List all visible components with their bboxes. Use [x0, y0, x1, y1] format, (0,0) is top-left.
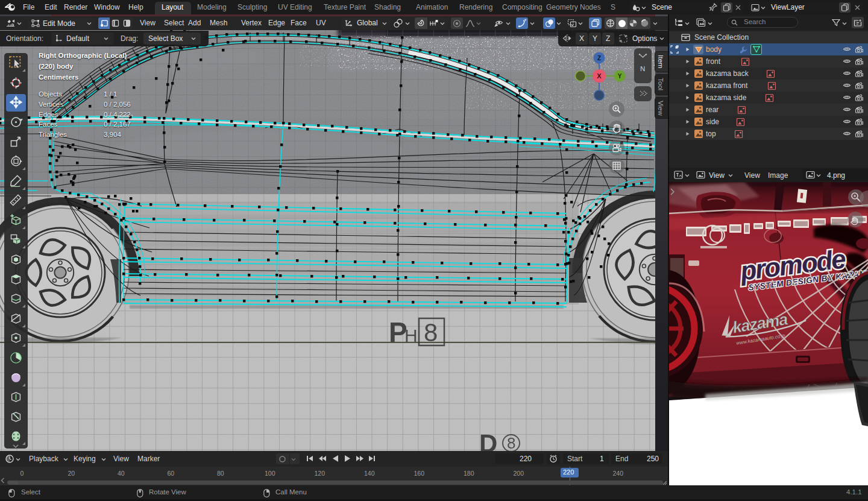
svg-text:H: H — [404, 326, 418, 345]
svg-text:Y: Y — [618, 73, 622, 80]
svg-text:Z: Z — [597, 55, 601, 61]
svg-text:D: D — [479, 429, 497, 451]
svg-text:8: 8 — [424, 318, 438, 347]
svg-text:X: X — [597, 72, 602, 80]
svg-text:8: 8 — [507, 434, 515, 451]
